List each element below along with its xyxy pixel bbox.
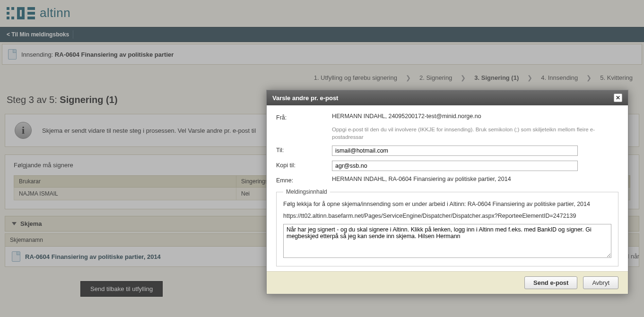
to-label: Til: [276,146,332,154]
cc-label: Kopi til: [276,161,332,169]
submission-title: Innsending: RA-0604 Finansiering av poli… [21,51,174,58]
info-icon: i [15,122,32,139]
message-textarea[interactable] [283,224,611,258]
to-input[interactable] [332,146,578,156]
page-title-prefix: Steg 3 av 5: [7,94,57,105]
document-icon [12,251,20,262]
from-value: HERMANN INDAHL, 24095200172-test@minid.n… [332,113,618,120]
chevron-right-icon: ❯ [586,74,592,81]
send-back-button[interactable]: Send tilbake til utfylling [80,281,163,297]
step-3[interactable]: 3. Signering (1) [474,74,519,81]
close-icon[interactable]: ✕ [614,94,622,102]
page-title-main: Signering (1) [60,94,117,105]
submission-prefix: Innsending: [21,51,53,58]
svg-rect-4 [11,17,14,19]
chevron-right-icon: ❯ [527,74,532,81]
chevron-right-icon: ❯ [461,74,466,81]
svg-rect-10 [27,12,35,15]
wizard-steps: 1. Utfylling og førebu signering ❯ 2. Si… [2,69,642,86]
subject-label: Emne: [276,176,332,184]
submission-header: Innsending: RA-0604 Finansiering av poli… [2,44,642,65]
modal-footer: Send e-post Avbryt [267,271,628,294]
message-link: https://tt02.altinn.basefarm.net/Pages/S… [283,213,611,219]
cc-input[interactable] [332,161,578,171]
from-label: Frå: [276,113,332,121]
row-to: Til: [276,146,618,156]
send-email-button[interactable]: Send e-post [524,276,577,289]
hint-text: Oppgi e-post til den du vil involvere (I… [332,126,618,141]
cell-user: NAJMA ISMAIL [14,188,236,200]
step-2[interactable]: 2. Signering [419,74,452,81]
logo-icon [7,6,35,20]
logo-bar: altinn [0,0,644,27]
chevron-right-icon: ❯ [406,74,411,81]
breadcrumb: < Til Min meldingsboks [0,27,644,42]
svg-rect-1 [11,7,14,10]
step-1[interactable]: 1. Utfylling og førebu signering [314,74,397,81]
row-from: Frå: HERMANN INDAHL, 24095200172-test@mi… [276,113,618,121]
breadcrumb-back[interactable]: < Til Min meldingsboks [5,30,73,39]
cancel-button[interactable]: Avbryt [583,276,618,289]
svg-rect-3 [7,17,9,19]
svg-rect-2 [7,12,9,15]
svg-rect-11 [27,17,35,19]
modal-body: Frå: HERMANN INDAHL, 24095200172-test@mi… [267,105,628,271]
step-5[interactable]: 5. Kvittering [600,74,633,81]
row-subject: Emne: HERMANN INDAHL, RA-0604 Finansieri… [276,176,618,184]
email-modal: Varsle andre pr. e-post ✕ Frå: HERMANN I… [266,90,628,294]
brand-name: altinn [40,6,70,20]
step-4[interactable]: 4. Innsending [541,74,578,81]
svg-rect-8 [17,17,25,19]
info-text: Skjema er sendt vidare til neste steg i … [42,127,256,134]
message-fieldset: Meldingsinnhald Følg lekkja for å opne s… [276,188,618,266]
modal-title: Varsle andre pr. e-post [272,94,338,102]
document-icon [8,49,17,60]
col-user: Brukarar [14,176,236,188]
message-intro: Følg lekkja for å opne skjema/innsending… [283,200,611,209]
schema-bar-label: Skjema [20,220,42,227]
modal-header: Varsle andre pr. e-post ✕ [267,90,628,105]
fieldset-legend: Meldingsinnhald [283,188,330,195]
svg-rect-9 [27,7,35,10]
row-cc: Kopi til: [276,161,618,171]
svg-rect-0 [7,7,9,10]
triangle-down-icon [12,222,17,225]
subject-value: HERMANN INDAHL, RA-0604 Finansiering av … [332,176,618,182]
submission-name: RA-0604 Finansiering av politiske partie… [55,51,174,58]
schema-row-name: RA-0604 Finansiering av politiske partie… [25,253,161,260]
